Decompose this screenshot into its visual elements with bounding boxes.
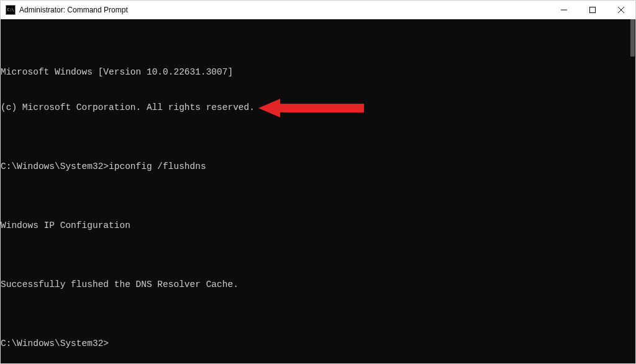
- window-controls: [550, 1, 635, 19]
- minimize-button[interactable]: [550, 1, 578, 19]
- current-prompt: C:\Windows\System32>: [1, 338, 635, 350]
- copyright-line: (c) Microsoft Corporation. All rights re…: [1, 102, 635, 114]
- output-success: Successfully flushed the DNS Resolver Ca…: [1, 279, 635, 291]
- titlebar[interactable]: C:\ Administrator: Command Prompt: [1, 1, 635, 19]
- vertical-scrollbar[interactable]: [626, 19, 635, 363]
- command-prompt-window: C:\ Administrator: Command Prompt Micros…: [0, 0, 636, 364]
- cmd-icon: C:\: [6, 5, 16, 15]
- prompt-line: C:\Windows\System32>ipconfig /flushdns: [1, 161, 635, 173]
- close-button[interactable]: [607, 1, 635, 19]
- terminal-area[interactable]: Microsoft Windows [Version 10.0.22631.30…: [1, 19, 635, 363]
- prompt-path: C:\Windows\System32>: [1, 162, 109, 171]
- maximize-button[interactable]: [578, 1, 607, 19]
- version-line: Microsoft Windows [Version 10.0.22631.30…: [1, 66, 635, 78]
- window-title: Administrator: Command Prompt: [19, 6, 128, 14]
- svg-rect-1: [590, 7, 596, 13]
- terminal-output: Microsoft Windows [Version 10.0.22631.30…: [1, 43, 635, 363]
- scrollbar-thumb[interactable]: [630, 19, 635, 57]
- command-text: ipconfig /flushdns: [109, 162, 206, 171]
- output-header: Windows IP Configuration: [1, 220, 635, 232]
